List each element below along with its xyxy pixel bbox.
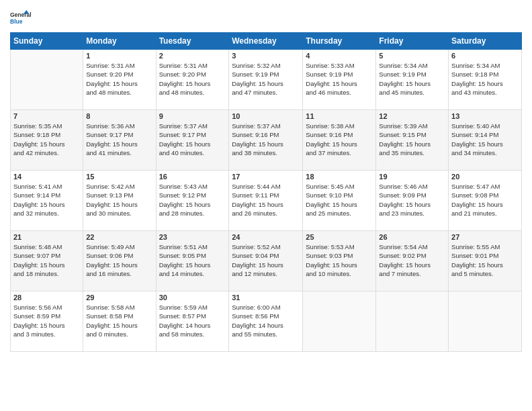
- weekday-header: Friday: [376, 33, 449, 50]
- calendar-cell: 6Sunrise: 5:34 AMSunset: 9:18 PMDaylight…: [449, 50, 522, 110]
- day-info: Sunrise: 5:46 AMSunset: 9:09 PMDaylight:…: [379, 182, 445, 218]
- day-number: 25: [306, 233, 373, 241]
- day-info: Sunrise: 5:35 AMSunset: 9:18 PMDaylight:…: [13, 122, 80, 157]
- day-number: 30: [159, 293, 226, 302]
- day-number: 17: [232, 173, 300, 181]
- day-info: Sunrise: 5:44 AMSunset: 9:11 PMDaylight:…: [232, 182, 300, 218]
- calendar-cell: 9Sunrise: 5:37 AMSunset: 9:17 PMDaylight…: [156, 110, 229, 171]
- day-info: Sunrise: 5:55 AMSunset: 9:01 PMDaylight:…: [451, 242, 519, 278]
- day-number: 5: [379, 52, 445, 60]
- day-info: Sunrise: 5:34 AMSunset: 9:18 PMDaylight:…: [451, 61, 519, 97]
- day-number: 31: [232, 293, 300, 302]
- page: General Blue SundayMondayTuesdayWednesda…: [0, 0, 532, 411]
- day-info: Sunrise: 5:47 AMSunset: 9:08 PMDaylight:…: [451, 182, 519, 218]
- day-number: 6: [451, 52, 519, 60]
- day-number: 2: [159, 52, 226, 60]
- day-number: 27: [451, 233, 519, 241]
- day-info: Sunrise: 5:43 AMSunset: 9:12 PMDaylight:…: [159, 182, 226, 218]
- day-number: 12: [379, 112, 445, 120]
- calendar-cell: 13Sunrise: 5:40 AMSunset: 9:14 PMDayligh…: [449, 110, 522, 171]
- day-info: Sunrise: 5:34 AMSunset: 9:19 PMDaylight:…: [379, 61, 445, 97]
- day-info: Sunrise: 5:56 AMSunset: 8:59 PMDaylight:…: [13, 303, 80, 338]
- weekday-header: Tuesday: [156, 33, 229, 50]
- calendar-cell: 29Sunrise: 5:58 AMSunset: 8:58 PMDayligh…: [83, 291, 156, 352]
- calendar-cell: 20Sunrise: 5:47 AMSunset: 9:08 PMDayligh…: [449, 171, 522, 231]
- day-info: Sunrise: 5:49 AMSunset: 9:06 PMDaylight:…: [86, 242, 152, 278]
- calendar-cell: 28Sunrise: 5:56 AMSunset: 8:59 PMDayligh…: [11, 291, 83, 352]
- calendar-week-row: 21Sunrise: 5:48 AMSunset: 9:07 PMDayligh…: [11, 231, 522, 291]
- weekday-header: Monday: [83, 33, 156, 50]
- calendar-cell: [376, 291, 449, 352]
- day-number: 7: [13, 112, 80, 120]
- day-info: Sunrise: 5:54 AMSunset: 9:02 PMDaylight:…: [379, 242, 445, 278]
- calendar-cell: [11, 50, 83, 110]
- day-number: 14: [13, 173, 80, 181]
- calendar-cell: [449, 291, 522, 352]
- day-number: 4: [306, 52, 373, 60]
- calendar-cell: 23Sunrise: 5:51 AMSunset: 9:05 PMDayligh…: [156, 231, 229, 291]
- calendar-cell: 7Sunrise: 5:35 AMSunset: 9:18 PMDaylight…: [11, 110, 83, 171]
- calendar-cell: 30Sunrise: 5:59 AMSunset: 8:57 PMDayligh…: [156, 291, 229, 352]
- day-number: 21: [13, 233, 80, 241]
- day-number: 20: [451, 173, 519, 181]
- weekday-header: Saturday: [449, 33, 522, 50]
- calendar-week-row: 28Sunrise: 5:56 AMSunset: 8:59 PMDayligh…: [11, 291, 522, 352]
- calendar-cell: 10Sunrise: 5:37 AMSunset: 9:16 PMDayligh…: [229, 110, 303, 171]
- day-number: 1: [86, 52, 152, 60]
- day-number: 26: [379, 233, 445, 241]
- day-info: Sunrise: 5:59 AMSunset: 8:57 PMDaylight:…: [159, 303, 226, 338]
- weekday-header-row: SundayMondayTuesdayWednesdayThursdayFrid…: [11, 33, 522, 50]
- day-number: 19: [379, 173, 445, 181]
- calendar-cell: 17Sunrise: 5:44 AMSunset: 9:11 PMDayligh…: [229, 171, 303, 231]
- calendar-cell: 8Sunrise: 5:36 AMSunset: 9:17 PMDaylight…: [83, 110, 156, 171]
- weekday-header: Sunday: [11, 33, 83, 50]
- day-info: Sunrise: 5:45 AMSunset: 9:10 PMDaylight:…: [306, 182, 373, 218]
- day-number: 16: [159, 173, 226, 181]
- day-info: Sunrise: 5:39 AMSunset: 9:15 PMDaylight:…: [379, 122, 445, 157]
- calendar-cell: 19Sunrise: 5:46 AMSunset: 9:09 PMDayligh…: [376, 171, 449, 231]
- day-info: Sunrise: 5:37 AMSunset: 9:16 PMDaylight:…: [232, 122, 300, 157]
- day-number: 15: [86, 173, 152, 181]
- day-number: 11: [306, 112, 373, 120]
- calendar-week-row: 7Sunrise: 5:35 AMSunset: 9:18 PMDaylight…: [11, 110, 522, 171]
- calendar-cell: 25Sunrise: 5:53 AMSunset: 9:03 PMDayligh…: [303, 231, 376, 291]
- day-info: Sunrise: 5:37 AMSunset: 9:17 PMDaylight:…: [159, 122, 226, 157]
- calendar-cell: 14Sunrise: 5:41 AMSunset: 9:14 PMDayligh…: [11, 171, 83, 231]
- calendar-cell: 27Sunrise: 5:55 AMSunset: 9:01 PMDayligh…: [449, 231, 522, 291]
- day-info: Sunrise: 6:00 AMSunset: 8:56 PMDaylight:…: [232, 303, 300, 338]
- day-number: 13: [451, 112, 519, 120]
- svg-text:General: General: [10, 11, 32, 18]
- calendar-cell: 24Sunrise: 5:52 AMSunset: 9:04 PMDayligh…: [229, 231, 303, 291]
- calendar-cell: 16Sunrise: 5:43 AMSunset: 9:12 PMDayligh…: [156, 171, 229, 231]
- calendar-cell: 12Sunrise: 5:39 AMSunset: 9:15 PMDayligh…: [376, 110, 449, 171]
- calendar: SundayMondayTuesdayWednesdayThursdayFrid…: [10, 32, 522, 352]
- calendar-cell: 31Sunrise: 6:00 AMSunset: 8:56 PMDayligh…: [229, 291, 303, 352]
- calendar-cell: 15Sunrise: 5:42 AMSunset: 9:13 PMDayligh…: [83, 171, 156, 231]
- calendar-cell: 11Sunrise: 5:38 AMSunset: 9:16 PMDayligh…: [303, 110, 376, 171]
- day-info: Sunrise: 5:53 AMSunset: 9:03 PMDaylight:…: [306, 242, 373, 278]
- day-info: Sunrise: 5:40 AMSunset: 9:14 PMDaylight:…: [451, 122, 519, 157]
- weekday-header: Thursday: [303, 33, 376, 50]
- calendar-cell: 22Sunrise: 5:49 AMSunset: 9:06 PMDayligh…: [83, 231, 156, 291]
- calendar-cell: 26Sunrise: 5:54 AMSunset: 9:02 PMDayligh…: [376, 231, 449, 291]
- day-number: 22: [86, 233, 152, 241]
- calendar-cell: 18Sunrise: 5:45 AMSunset: 9:10 PMDayligh…: [303, 171, 376, 231]
- weekday-header: Wednesday: [229, 33, 303, 50]
- day-info: Sunrise: 5:48 AMSunset: 9:07 PMDaylight:…: [13, 242, 80, 278]
- calendar-cell: 4Sunrise: 5:33 AMSunset: 9:19 PMDaylight…: [303, 50, 376, 110]
- logo: General Blue: [10, 7, 32, 28]
- calendar-cell: [303, 291, 376, 352]
- header: General Blue: [10, 7, 522, 28]
- day-info: Sunrise: 5:41 AMSunset: 9:14 PMDaylight:…: [13, 182, 80, 218]
- day-number: 23: [159, 233, 226, 241]
- calendar-cell: 1Sunrise: 5:31 AMSunset: 9:20 PMDaylight…: [83, 50, 156, 110]
- day-info: Sunrise: 5:51 AMSunset: 9:05 PMDaylight:…: [159, 242, 226, 278]
- day-number: 18: [306, 173, 373, 181]
- day-info: Sunrise: 5:33 AMSunset: 9:19 PMDaylight:…: [306, 61, 373, 97]
- calendar-cell: 5Sunrise: 5:34 AMSunset: 9:19 PMDaylight…: [376, 50, 449, 110]
- day-info: Sunrise: 5:52 AMSunset: 9:04 PMDaylight:…: [232, 242, 300, 278]
- day-number: 8: [86, 112, 152, 120]
- day-info: Sunrise: 5:58 AMSunset: 8:58 PMDaylight:…: [86, 303, 152, 338]
- calendar-cell: 2Sunrise: 5:31 AMSunset: 9:20 PMDaylight…: [156, 50, 229, 110]
- day-number: 29: [86, 293, 152, 302]
